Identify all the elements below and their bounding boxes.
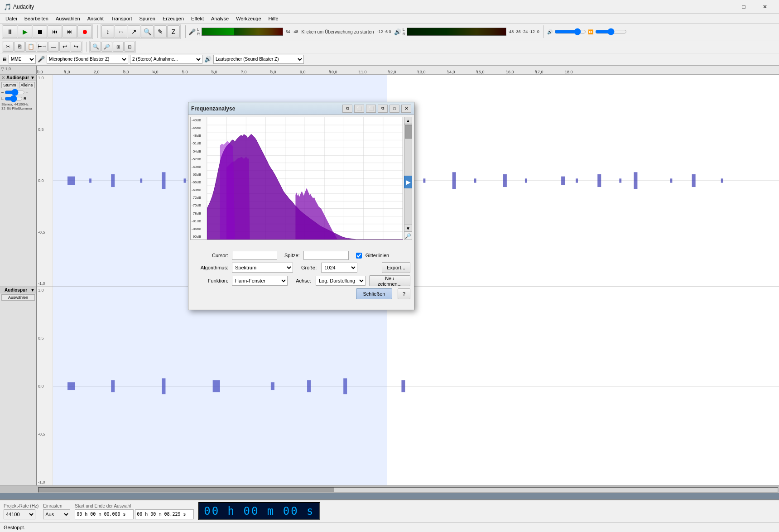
axis-select[interactable]: Log. Darstellung — [316, 276, 365, 286]
volume-slider[interactable] — [554, 29, 586, 35]
peak-label: Spitze: — [284, 253, 300, 258]
select-button[interactable]: Auswählen — [1, 294, 35, 301]
menu-transport[interactable]: Transport — [107, 15, 136, 22]
copy-button[interactable]: ⎘ — [14, 42, 25, 52]
stop-button[interactable]: ⏹ — [33, 25, 47, 38]
menu-effekt[interactable]: Effekt — [188, 15, 207, 22]
menu-datei[interactable]: Datei — [2, 15, 21, 22]
dialog-controls: Cursor: Spitze: Gitterlinien Algorithmus… — [188, 249, 414, 301]
rate-select[interactable]: 44100 — [4, 509, 35, 519]
cursor-input[interactable] — [232, 251, 277, 260]
menu-auswaehlen[interactable]: Auswählen — [52, 15, 84, 22]
track1-pan: L R — [0, 96, 36, 102]
dialog-btn2[interactable]: ⬜ — [354, 105, 364, 113]
dialog-btn4[interactable]: ⧉ — [378, 105, 388, 113]
close-dialog-button[interactable]: Schließen — [356, 288, 392, 299]
track1-close[interactable]: ✕ — [1, 75, 5, 80]
ruler-mark-13: 13,0 — [418, 70, 426, 74]
select-tool[interactable]: ↕ — [101, 25, 114, 38]
help-button[interactable]: ? — [398, 288, 410, 299]
gain-slider[interactable] — [5, 90, 25, 95]
draw-tool[interactable]: ↗ — [128, 25, 140, 38]
func-select[interactable]: Hann-Fenster — [232, 276, 288, 286]
redo-button[interactable]: ↪ — [71, 42, 82, 52]
ruler-mark-3: 3,0 — [123, 70, 129, 74]
speaker-device-select[interactable]: Lautsprecher (Sound Blaster Z) — [213, 55, 304, 64]
track2-menu[interactable]: ▼ — [30, 288, 35, 292]
chart-scrollbar-thumb[interactable] — [405, 125, 412, 139]
menu-ansicht[interactable]: Ansicht — [84, 15, 107, 22]
cut-button[interactable]: ✂ — [3, 42, 14, 52]
output-level-meter[interactable] — [407, 28, 506, 36]
menu-analyse[interactable]: Analyse — [207, 15, 232, 22]
dialog-close[interactable]: ✕ — [401, 105, 411, 113]
range-start[interactable] — [75, 509, 134, 519]
export-button[interactable]: Export... — [382, 262, 410, 273]
scrollbar-thumb[interactable] — [38, 488, 334, 492]
menu-werkzeuge[interactable]: Werkzeuge — [232, 15, 264, 22]
output-db-scale: -48 -36 -24 -12 0 — [508, 29, 539, 34]
zoom-out-chart[interactable]: 🔎 — [404, 232, 412, 240]
paste-button[interactable]: 📋 — [25, 42, 36, 52]
silence-button[interactable]: — — [48, 42, 59, 52]
dialog-restore[interactable]: □ — [390, 105, 399, 113]
chart-area[interactable]: -40dB -45dB -48dB -51dB -54dB -57dB -60d… — [190, 117, 403, 240]
window-controls: — □ ✕ — [712, 0, 775, 14]
menu-hilfe[interactable]: Hilfe — [265, 15, 282, 22]
close-button[interactable]: ✕ — [755, 0, 775, 14]
maximize-button[interactable]: □ — [733, 0, 754, 14]
chart-scrollbar-down[interactable]: ▼ — [404, 225, 412, 232]
prev-button[interactable]: ⏮ — [48, 25, 62, 38]
track1-mute[interactable]: Stumm — [1, 82, 18, 88]
zoom-in-button[interactable]: 🔍 — [90, 42, 101, 52]
envelope-tool[interactable]: ↔ — [115, 25, 127, 38]
minimize-button[interactable]: — — [712, 0, 733, 14]
h-scrollbar[interactable] — [0, 486, 779, 493]
play-button[interactable]: ▶ — [18, 25, 32, 38]
redraw-button[interactable]: Neu zeichnen... — [369, 275, 410, 286]
pan-slider[interactable] — [5, 96, 23, 101]
record-button[interactable]: ⏺ — [77, 25, 92, 38]
channels-select[interactable]: 2 (Stereo) Aufnahme... — [130, 55, 202, 64]
algo-select[interactable]: Spektrum — [232, 263, 293, 273]
timeshift-tool[interactable]: ✎ — [154, 25, 167, 38]
scrollbar-track[interactable] — [38, 487, 778, 493]
snap-select[interactable]: Aus — [43, 509, 70, 519]
menu-spuren[interactable]: Spuren — [135, 15, 159, 22]
svg-rect-10 — [503, 174, 507, 187]
track1-solo[interactable]: Alleine — [19, 82, 35, 88]
trim-button[interactable]: ⊢⊣ — [37, 42, 48, 52]
zoom-out-button[interactable]: 🔎 — [101, 42, 112, 52]
menu-erzeugen[interactable]: Erzeugen — [159, 15, 188, 22]
api-select[interactable]: MME — [9, 55, 36, 64]
track1-menu[interactable]: ▼ — [30, 75, 35, 80]
chart-scrollbar-up[interactable]: ▲ — [404, 117, 412, 124]
next-button[interactable]: ⏭ — [63, 25, 77, 38]
menubar: Datei Bearbeiten Auswählen Ansicht Trans… — [0, 14, 779, 24]
monitor-text[interactable]: Klicken um Überwachung zu starten — [302, 29, 374, 34]
output-db-labels: -12 -6 0 — [377, 29, 391, 34]
undo-button[interactable]: ↩ — [59, 42, 70, 52]
dialog-btn3[interactable]: ⬜ — [366, 105, 376, 113]
blue-arrow-btn[interactable]: ▶ — [404, 176, 412, 188]
gridlines-checkbox[interactable] — [356, 253, 362, 259]
track2-select-btn[interactable]: Auswählen — [0, 293, 36, 302]
input-level-meter[interactable] — [202, 28, 283, 36]
dialog-win-controls: ⧉ ⬜ ⬜ ⧉ □ ✕ — [341, 105, 411, 113]
multi-tool[interactable]: Z — [167, 25, 180, 38]
volume-section: 🔊 ⏩ — [547, 29, 627, 35]
size-select[interactable]: 1024 — [321, 263, 357, 273]
zoom-fit-button[interactable]: ⊡ — [124, 42, 135, 52]
dialog-btn1[interactable]: ⧉ — [342, 105, 352, 113]
zoom-tool[interactable]: 🔍 — [141, 25, 154, 38]
waveform-svg-top — [53, 75, 779, 287]
zoom-sel-button[interactable]: ⊞ — [113, 42, 124, 52]
menu-bearbeiten[interactable]: Bearbeiten — [21, 15, 52, 22]
peak-input[interactable] — [303, 251, 349, 260]
svg-rect-39 — [53, 287, 387, 485]
pause-button[interactable]: ⏸ — [3, 25, 17, 38]
transport-controls: ⏸ ▶ ⏹ ⏮ ⏭ ⏺ — [2, 24, 93, 39]
range-end[interactable] — [135, 509, 194, 519]
mic-device-select[interactable]: Microphone (Sound Blaster Z) — [47, 55, 128, 64]
speed-slider[interactable] — [595, 29, 627, 35]
